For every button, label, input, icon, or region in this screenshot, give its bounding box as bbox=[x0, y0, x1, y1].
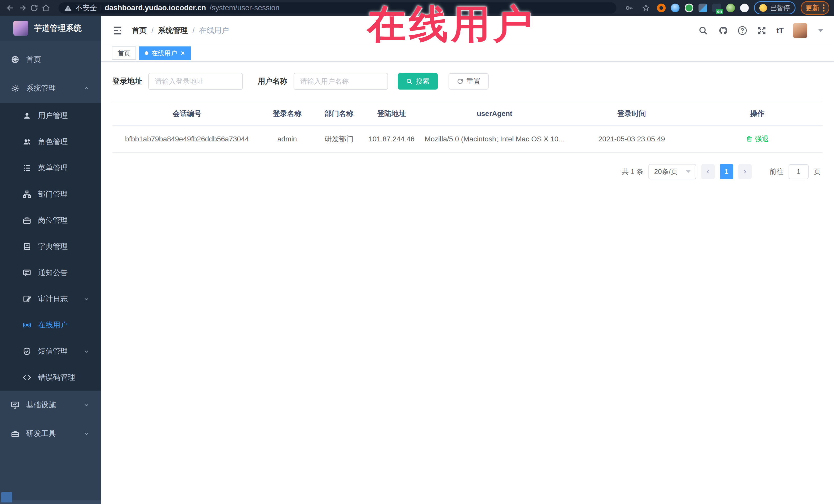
extension-gray-blue-icon[interactable] bbox=[699, 4, 707, 12]
sidebar-item-system-mgmt[interactable]: 系统管理 bbox=[0, 74, 101, 103]
font-size-icon[interactable]: tT bbox=[776, 26, 783, 36]
briefcase-icon bbox=[23, 216, 31, 225]
org-tree-icon bbox=[23, 190, 31, 199]
login-address-input[interactable] bbox=[148, 73, 243, 90]
page-unit-label: 页 bbox=[814, 167, 821, 176]
avatar-caret-icon[interactable] bbox=[818, 29, 823, 32]
reset-button-icon bbox=[457, 78, 463, 85]
breadcrumb-home[interactable]: 首页 bbox=[132, 25, 147, 36]
fullscreen-icon[interactable] bbox=[756, 25, 767, 36]
prev-page-button[interactable] bbox=[701, 164, 715, 179]
collapse-sidebar-icon[interactable] bbox=[112, 25, 123, 36]
sessions-table: 会话编号 登录名称 部门名称 登陆地址 userAgent 登录时间 操作 bf… bbox=[112, 102, 823, 153]
tag-home[interactable]: 首页 bbox=[112, 46, 136, 60]
extension-green-leaf-icon[interactable] bbox=[726, 4, 735, 12]
browser-back-icon[interactable] bbox=[5, 2, 17, 14]
sidebar-item-label: 在线用户 bbox=[38, 320, 68, 330]
force-logout-label: 强退 bbox=[755, 134, 769, 144]
browser-reload-icon[interactable] bbox=[28, 2, 40, 14]
main-area: 首页 / 系统管理 / 在线用户 ? bbox=[101, 16, 834, 504]
page-size-value: 20条/页 bbox=[654, 167, 678, 176]
sidebar-item-infrastructure[interactable]: 基础设施 bbox=[0, 391, 101, 419]
sidebar-item-audit-log[interactable]: 审计日志 bbox=[0, 286, 101, 312]
browser-home-icon[interactable] bbox=[40, 2, 52, 14]
sidebar-item-label: 角色管理 bbox=[38, 137, 68, 147]
sidebar-item-role-mgmt[interactable]: 角色管理 bbox=[0, 129, 101, 155]
address-bar[interactable]: 不安全 dashboard.yudao.iocoder.cn /system/u… bbox=[59, 2, 616, 14]
browser-chrome: 不安全 dashboard.yudao.iocoder.cn /system/u… bbox=[0, 0, 834, 16]
sidebar-item-online-users[interactable]: 在线用户 bbox=[0, 312, 101, 338]
update-label: 更新 bbox=[806, 3, 819, 13]
pagination: 共 1 条 20条/页 1 前往 页 bbox=[112, 164, 823, 179]
browser-update-button[interactable]: 更新 bbox=[800, 1, 829, 15]
screen: 不安全 dashboard.yudao.iocoder.cn /system/u… bbox=[0, 0, 834, 504]
sidebar-item-menu-mgmt[interactable]: 菜单管理 bbox=[0, 155, 101, 181]
extension-en-badge: en bbox=[716, 9, 723, 14]
username-input[interactable] bbox=[293, 73, 388, 90]
next-page-button[interactable] bbox=[738, 164, 752, 179]
list-icon bbox=[23, 164, 31, 172]
sidebar-item-label: 短信管理 bbox=[38, 346, 68, 356]
sidebar-item-user-mgmt[interactable]: 用户管理 bbox=[0, 103, 101, 129]
reset-button-label: 重置 bbox=[466, 77, 480, 86]
sidebar-item-label: 错误码管理 bbox=[38, 372, 75, 382]
profile-paused-badge[interactable]: 已暂停 bbox=[754, 1, 795, 14]
sidebar-item-label: 系统管理 bbox=[26, 83, 56, 93]
breadcrumb-system[interactable]: 系统管理 bbox=[158, 25, 188, 36]
search-button-icon bbox=[406, 78, 413, 85]
toolbox-icon bbox=[11, 429, 20, 438]
search-icon[interactable] bbox=[698, 25, 708, 36]
help-icon[interactable]: ? bbox=[738, 26, 747, 35]
tag-label: 首页 bbox=[117, 49, 130, 58]
bookmark-star-icon[interactable] bbox=[640, 2, 652, 14]
cell-login-time: 2021-05-03 23:05:49 bbox=[571, 126, 692, 152]
tag-online-users[interactable]: 在线用户 bbox=[139, 46, 191, 60]
extension-blue-drop-icon[interactable] bbox=[671, 4, 680, 12]
search-button[interactable]: 搜索 bbox=[398, 73, 438, 90]
url-host: dashboard.yudao.iocoder.cn bbox=[105, 4, 206, 12]
sidebar-item-sms-mgmt[interactable]: 短信管理 bbox=[0, 338, 101, 365]
active-dot-icon bbox=[145, 51, 148, 55]
sidebar-scroll-thumb[interactable] bbox=[1, 492, 12, 502]
chevron-left-icon bbox=[706, 170, 710, 174]
user-icon bbox=[23, 111, 31, 120]
cell-login-address: 101.87.244.46 bbox=[365, 126, 418, 152]
chevron-up-icon bbox=[84, 85, 89, 91]
sidebar-item-dept-mgmt[interactable]: 部门管理 bbox=[0, 181, 101, 207]
reset-button[interactable]: 重置 bbox=[448, 73, 489, 90]
sidebar: 芋道管理系统 首页 系统管理 用户管理 bbox=[0, 16, 101, 504]
app-logo-row[interactable]: 芋道管理系统 bbox=[0, 16, 101, 41]
cell-dept-name: 研发部门 bbox=[313, 126, 366, 152]
page-header: 首页 / 系统管理 / 在线用户 ? bbox=[101, 16, 834, 45]
sidebar-item-label: 用户管理 bbox=[38, 111, 68, 121]
force-logout-button[interactable]: 强退 bbox=[746, 134, 769, 144]
sidebar-item-notice[interactable]: 通知公告 bbox=[0, 260, 101, 286]
key-icon[interactable] bbox=[623, 2, 635, 14]
browser-forward-icon[interactable] bbox=[17, 2, 28, 14]
cell-session-id: bfbb1ab79ba849e49fb26ddb56a73044 bbox=[112, 126, 262, 152]
cell-user-agent: Mozilla/5.0 (Macintosh; Intel Mac OS X 1… bbox=[418, 126, 571, 152]
book-icon bbox=[23, 242, 31, 251]
col-login-time: 登录时间 bbox=[571, 102, 692, 126]
extension-puzzle-icon[interactable] bbox=[740, 4, 749, 12]
page-number-current[interactable]: 1 bbox=[720, 164, 733, 179]
sidebar-item-home[interactable]: 首页 bbox=[0, 45, 101, 74]
page-size-select[interactable]: 20条/页 bbox=[649, 164, 696, 179]
sidebar-item-errorcode-mgmt[interactable]: 错误码管理 bbox=[0, 365, 101, 391]
extension-orange-icon[interactable] bbox=[657, 4, 666, 12]
sidebar-item-dev-tools[interactable]: 研发工具 bbox=[0, 419, 101, 448]
breadcrumb: 首页 / 系统管理 / 在线用户 bbox=[132, 25, 229, 36]
chevron-down-icon bbox=[84, 402, 89, 408]
goto-page-input[interactable] bbox=[789, 164, 809, 179]
browser-menu-icon[interactable] bbox=[823, 4, 825, 12]
extension-translate-icon[interactable]: en bbox=[712, 4, 721, 12]
github-icon[interactable] bbox=[718, 25, 728, 36]
breadcrumb-separator: / bbox=[151, 26, 153, 35]
user-avatar[interactable] bbox=[793, 23, 807, 38]
sidebar-submenu-system: 用户管理 角色管理 菜单管理 部门管理 bbox=[0, 103, 101, 391]
sidebar-item-post-mgmt[interactable]: 岗位管理 bbox=[0, 207, 101, 234]
sidebar-item-dict-mgmt[interactable]: 字典管理 bbox=[0, 234, 101, 260]
sidebar-bottom-strip bbox=[0, 500, 101, 504]
extension-green-circle-icon[interactable] bbox=[685, 4, 694, 12]
close-tag-icon[interactable] bbox=[180, 50, 185, 56]
